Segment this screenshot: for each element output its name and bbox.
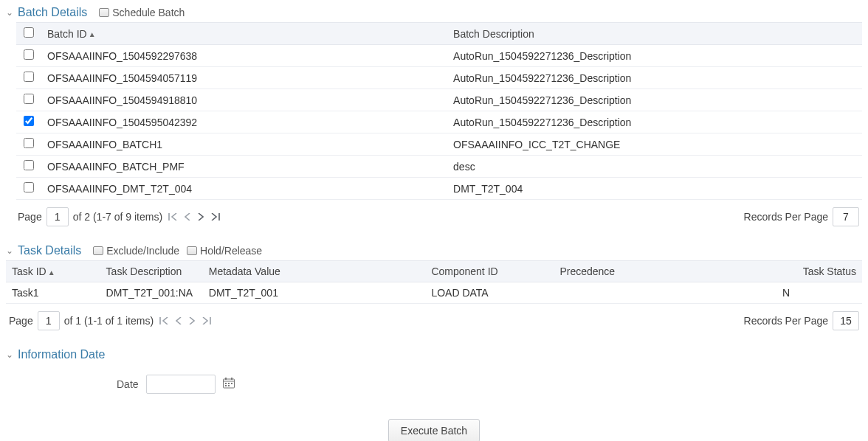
row-checkbox[interactable] [24,116,34,126]
table-row[interactable]: Task1DMT_T2T_001:NADMT_T2T_001LOAD DATAN [6,282,862,304]
task-desc-cell: DMT_T2T_001:NA [100,282,203,304]
table-row[interactable]: OFSAAAIINFO_BATCH1OFSAAAIINFO_ICC_T2T_CH… [16,133,862,156]
info-date-header: ⌄ Information Date [6,348,862,361]
date-input[interactable] [146,375,216,394]
hold-release-label: Hold/Release [200,245,262,257]
first-page-icon[interactable] [158,316,170,327]
svg-rect-4 [225,383,227,384]
batch-page-input[interactable] [46,207,69,226]
precedence-cell [554,282,776,304]
task-status-header[interactable]: Task Status [776,261,862,282]
metadata-cell: DMT_T2T_001 [203,282,426,304]
exclude-include-icon [93,246,103,255]
prev-page-icon[interactable] [174,316,183,327]
batch-desc-cell: AutoRun_1504592271236_Description [447,111,862,133]
table-row[interactable]: OFSAAAIINFO_1504592297638AutoRun_1504592… [16,45,862,67]
last-page-icon[interactable] [201,316,213,327]
task-page-input[interactable] [38,311,60,330]
table-row[interactable]: OFSAAAIINFO_DMT_T2T_004DMT_T2T_004 [16,178,862,200]
batch-id-cell: OFSAAAIINFO_1504595042392 [41,111,447,133]
table-row[interactable]: OFSAAAIINFO_1504594057119AutoRun_1504592… [16,67,862,89]
hold-release-icon [187,246,197,255]
svg-rect-2 [225,378,227,380]
execute-row: Execute Batch [6,404,862,441]
task-desc-header[interactable]: Task Description [100,261,203,282]
batch-select-all-checkbox[interactable] [24,27,34,38]
row-checkbox[interactable] [24,72,34,82]
row-checkbox[interactable] [24,160,34,170]
batch-rpp-input[interactable] [833,207,859,226]
row-checkbox[interactable] [24,182,34,192]
svg-rect-3 [231,378,232,380]
svg-rect-5 [228,383,230,384]
collapse-icon[interactable]: ⌄ [6,350,13,360]
batch-id-cell: OFSAAAIINFO_DMT_T2T_004 [41,178,447,200]
batch-id-header[interactable]: Batch ID▲ [41,23,447,45]
component-id-cell: LOAD DATA [425,282,554,304]
batch-desc-cell: DMT_T2T_004 [447,178,862,200]
task-rpp-input[interactable] [833,311,859,330]
exclude-include-button[interactable]: Exclude/Include [93,245,179,257]
svg-rect-6 [231,383,232,384]
batch-desc-cell: AutoRun_1504592271236_Description [447,67,862,89]
svg-rect-8 [228,385,230,386]
table-row[interactable]: OFSAAAIINFO_BATCH_PMFdesc [16,156,862,178]
batch-desc-header[interactable]: Batch Description [447,23,862,45]
collapse-icon[interactable]: ⌄ [6,246,13,256]
batch-desc-cell: desc [447,156,862,178]
batch-desc-cell: AutoRun_1504592271236_Description [447,45,862,67]
batch-pager: Page of 2 (1-7 of 9 items) Records Per P… [6,200,862,234]
prev-page-icon[interactable] [183,212,192,223]
next-page-icon[interactable] [196,212,205,223]
batch-id-cell: OFSAAAIINFO_1504594057119 [41,67,447,89]
task-id-cell: Task1 [6,282,100,304]
hold-release-button[interactable]: Hold/Release [187,245,262,257]
first-page-icon[interactable] [167,212,179,223]
task-table: Task ID▲ Task Description Metadata Value… [6,260,862,304]
records-per-page-label: Records Per Page [744,211,828,223]
records-per-page-label: Records Per Page [744,315,828,327]
row-checkbox[interactable] [24,49,34,60]
row-checkbox[interactable] [24,138,34,148]
info-date-row: Date [6,364,862,404]
batch-details-title: Batch Details [18,6,87,19]
batch-page-range: of 2 (1-7 of 9 items) [73,211,162,223]
task-id-header[interactable]: Task ID▲ [6,261,100,282]
table-row[interactable]: OFSAAAIINFO_1504594918810AutoRun_1504592… [16,89,862,111]
batch-desc-cell: AutoRun_1504592271236_Description [447,89,862,111]
batch-table: Batch ID▲ Batch Description OFSAAAIINFO_… [16,22,862,200]
info-date-title: Information Date [18,348,105,361]
schedule-batch-label: Schedule Batch [112,7,185,18]
batch-id-cell: OFSAAAIINFO_BATCH_PMF [41,156,447,178]
schedule-icon [99,8,109,17]
batch-id-cell: OFSAAAIINFO_BATCH1 [41,133,447,156]
next-page-icon[interactable] [187,316,196,327]
table-row[interactable]: OFSAAAIINFO_1504595042392AutoRun_1504592… [16,111,862,133]
calendar-icon[interactable] [223,378,235,392]
task-details-header: ⌄ Task Details Exclude/Include Hold/Rele… [6,244,862,257]
task-page-range: of 1 (1-1 of 1 items) [64,315,154,327]
sort-asc-icon: ▲ [89,30,96,38]
last-page-icon[interactable] [210,212,221,223]
component-id-header[interactable]: Component ID [425,261,554,282]
collapse-icon[interactable]: ⌄ [6,7,13,18]
svg-rect-7 [225,385,227,386]
page-label: Page [18,211,42,223]
task-pager: Page of 1 (1-1 of 1 items) Records Per P… [6,304,862,338]
row-checkbox[interactable] [24,94,34,104]
batch-id-cell: OFSAAAIINFO_1504592297638 [41,45,447,67]
task-status-cell: N [776,282,862,304]
batch-select-all-header [16,23,41,45]
metadata-header[interactable]: Metadata Value [203,261,426,282]
date-label: Date [117,378,139,390]
batch-details-header: ⌄ Batch Details Schedule Batch [6,6,862,19]
sort-asc-icon: ▲ [48,268,55,277]
execute-batch-button[interactable]: Execute Batch [388,419,480,441]
exclude-include-label: Exclude/Include [106,245,179,257]
page-label: Page [9,315,33,327]
batch-desc-cell: OFSAAAIINFO_ICC_T2T_CHANGE [447,133,862,156]
precedence-header[interactable]: Precedence [554,261,776,282]
schedule-batch-button[interactable]: Schedule Batch [99,7,185,18]
task-details-title: Task Details [18,244,81,257]
batch-id-cell: OFSAAAIINFO_1504594918810 [41,89,447,111]
